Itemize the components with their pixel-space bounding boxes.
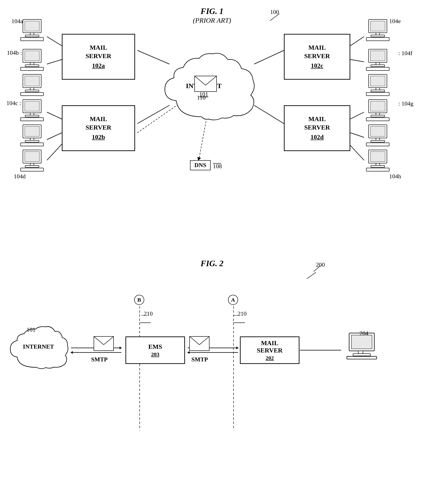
svg-rect-53 [25,166,39,167]
svg-rect-47 [30,138,34,140]
ref-210b-line [142,313,148,318]
fig1-subtitle: (PRIOR ART) [193,17,231,24]
circle-b: B [134,295,144,305]
mail-server-102c-ref: 102c [311,62,323,70]
svg-line-3 [47,112,62,119]
svg-rect-34 [21,67,44,70]
svg-rect-33 [25,65,39,67]
fig2-ref200-arrow [311,265,325,274]
mail-server-102d-ref: 102d [311,133,324,141]
mail-server-102c: MAILSERVER 102c [284,34,350,80]
svg-rect-37 [30,88,34,90]
svg-marker-94 [187,351,190,354]
svg-rect-58 [371,35,385,37]
svg-rect-66 [370,76,385,86]
svg-rect-48 [25,140,39,142]
svg-rect-84 [366,168,389,171]
ems-box: EMS 203 [125,336,185,364]
ems-label: EMS [148,343,162,350]
ref-104h: 104h [389,173,401,180]
fig2-svg-overlay [0,252,424,504]
computer-104b-bot [18,73,48,96]
svg-rect-63 [371,65,385,67]
ref-204: 204 [359,330,368,337]
svg-rect-46 [25,126,39,137]
svg-rect-38 [25,90,39,92]
svg-rect-69 [366,93,389,96]
svg-line-4 [47,133,62,140]
ref-104g: : 104g [398,100,413,107]
svg-rect-62 [376,62,380,65]
svg-rect-76 [370,126,385,137]
svg-rect-31 [25,51,39,61]
mail-server-102d-label: MAILSERVER [304,115,330,132]
svg-rect-106 [351,335,372,349]
svg-rect-71 [370,101,385,111]
ref-108: 108 [213,163,222,170]
computer-104c-1 [18,98,48,121]
svg-rect-78 [371,140,385,142]
mail-server-102a-label: MAILSERVER [86,44,112,60]
computer-104g-1 [364,98,394,121]
svg-line-2 [47,60,62,64]
svg-rect-52 [30,163,34,166]
fig1-area: FIG. 1 (PRIOR ART) 100 [0,0,424,247]
computer-104f-1 [364,48,394,71]
mail-server-202: MAILSERVER 202 [240,336,299,364]
svg-rect-67 [376,88,380,90]
svg-line-10 [350,145,364,160]
svg-rect-74 [366,118,389,121]
mail-server-102c-label: MAILSERVER [304,44,330,60]
svg-rect-56 [370,21,385,31]
computer-104c-2 [18,124,48,146]
svg-rect-109 [347,356,377,359]
smtp-right: SMTP [191,356,208,363]
ref-104a: 104a [12,18,23,25]
svg-rect-49 [21,143,44,146]
svg-rect-64 [366,67,389,70]
svg-rect-83 [371,166,385,167]
svg-rect-79 [366,143,389,146]
svg-rect-81 [370,151,385,162]
svg-rect-61 [370,51,385,61]
svg-rect-39 [21,93,44,96]
svg-rect-108 [353,354,370,356]
svg-line-9 [350,133,364,137]
svg-rect-27 [30,33,34,35]
svg-rect-57 [376,33,380,35]
svg-rect-103 [94,336,113,351]
svg-rect-44 [21,118,44,121]
svg-rect-28 [25,35,39,37]
fig1-title: FIG. 1 [200,6,224,16]
svg-rect-29 [21,37,44,41]
ref-110: 110 [197,94,206,101]
computer-104d [18,149,48,172]
ref-104b: 104b : [7,50,22,56]
mail-server-102a: MAILSERVER 102a [62,34,135,80]
svg-rect-54 [21,168,44,171]
computer-104b-top [18,48,48,71]
svg-line-8 [350,112,364,119]
svg-rect-26 [25,21,39,31]
mail-server-102b: MAILSERVER 102b [62,105,135,151]
svg-rect-32 [30,62,34,65]
svg-marker-90 [70,351,73,354]
mail-server-102d: MAILSERVER 102d [284,105,350,151]
svg-line-7 [350,60,364,62]
svg-rect-68 [371,90,385,92]
circle-b-text: B [137,297,141,303]
svg-rect-104 [190,336,209,351]
computer-104g-2 [364,124,394,146]
smtp-left: SMTP [91,356,108,363]
svg-line-85 [314,266,320,271]
dns-label: DNS [194,162,206,169]
mail-server-102a-ref: 102a [92,62,105,70]
ref-202: 202 [266,355,274,361]
circle-a-text: A [231,297,235,303]
svg-rect-77 [376,138,380,140]
mail-server-202-label: MAILSERVER [257,339,283,354]
computer-104h [364,149,394,172]
circle-a: A [228,295,238,305]
mail-server-102b-ref: 102b [92,133,105,141]
svg-rect-41 [25,101,39,111]
